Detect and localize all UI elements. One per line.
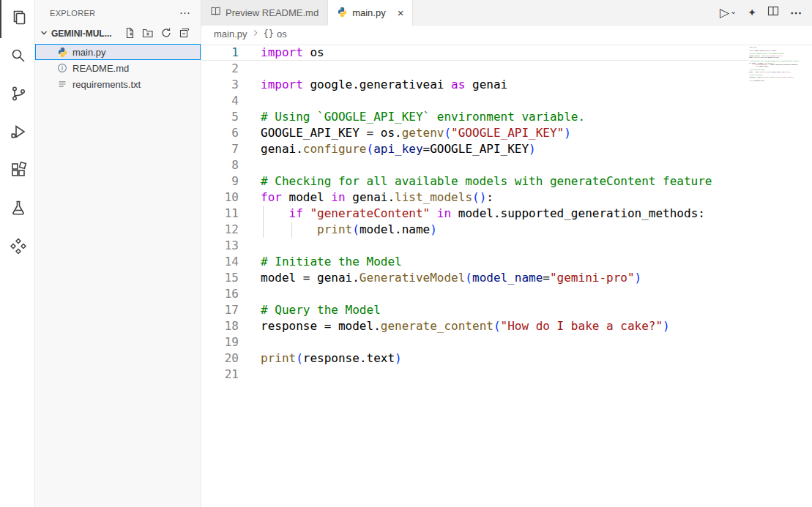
- new-file-icon[interactable]: [124, 27, 135, 41]
- tab-preview-readme[interactable]: Preview README.md: [201, 0, 328, 25]
- line-number[interactable]: 20: [201, 350, 239, 367]
- line-number[interactable]: 1: [201, 45, 239, 61]
- code-line[interactable]: 15model = genai.GenerativeModel(model_na…: [201, 270, 812, 286]
- minimap[interactable]: import osimport google.generativeai as g…: [748, 46, 812, 134]
- indent-guide: [263, 222, 264, 238]
- new-folder-icon[interactable]: [142, 27, 154, 41]
- line-number[interactable]: 4: [201, 93, 239, 109]
- line-number[interactable]: 7: [201, 141, 239, 157]
- activity-item-search[interactable]: [0, 38, 34, 76]
- code-text: for model in genai.list_models():: [261, 189, 493, 206]
- chevron-right-icon: [250, 28, 261, 40]
- code-line[interactable]: 1import os: [201, 45, 812, 61]
- file-label: requirements.txt: [72, 79, 141, 90]
- code-text: print(response.text): [261, 350, 402, 367]
- code-line[interactable]: 12 print(model.name): [201, 222, 812, 238]
- code-line[interactable]: 4: [201, 93, 812, 109]
- line-number[interactable]: 19: [201, 334, 239, 350]
- code-line[interactable]: 10for model in genai.list_models():: [201, 189, 812, 206]
- text-file-icon: [56, 78, 68, 90]
- refresh-icon[interactable]: [160, 27, 172, 41]
- code-line[interactable]: 14# Initiate the Model: [201, 254, 812, 270]
- file-row-readme-md[interactable]: README.md: [35, 60, 201, 76]
- line-number[interactable]: 3: [201, 77, 239, 93]
- line-number[interactable]: 12: [201, 222, 239, 238]
- line-number[interactable]: 10: [201, 189, 239, 206]
- code-line[interactable]: 18response = model.generate_content("How…: [201, 318, 812, 334]
- code-line[interactable]: 11 if "generateContent" in model.support…: [201, 206, 812, 222]
- code-line[interactable]: 9# Checking for all available models wit…: [201, 173, 812, 189]
- code-line[interactable]: 19: [201, 334, 812, 350]
- file-label: README.md: [72, 63, 129, 74]
- code-text: model = genai.GenerativeModel(model_name…: [261, 270, 641, 286]
- activity-item-extensions[interactable]: [0, 152, 34, 190]
- code-line[interactable]: 2: [201, 61, 812, 77]
- code-line[interactable]: 5# Using `GOOGLE_API_KEY` environment va…: [201, 109, 812, 125]
- run-debug-icon: [10, 123, 27, 143]
- line-number[interactable]: 15: [201, 270, 239, 286]
- run-python-file-button[interactable]: ▷ ⌄: [720, 5, 737, 20]
- collapse-all-icon[interactable]: [179, 27, 190, 41]
- split-editor-icon[interactable]: [767, 5, 779, 20]
- activity-item-explorer[interactable]: [0, 0, 34, 38]
- code-line[interactable]: 3import google.generativeai as genai: [201, 77, 812, 93]
- activity-bar: [0, 0, 35, 507]
- tab-main-py[interactable]: main.py ×: [328, 0, 413, 26]
- sidebar-title: EXPLORER: [50, 9, 95, 18]
- line-number[interactable]: 14: [201, 254, 239, 270]
- code-line[interactable]: 20print(response.text): [201, 350, 812, 367]
- line-number[interactable]: 2: [201, 61, 239, 77]
- line-number[interactable]: 18: [201, 318, 239, 334]
- breadcrumb-symbol[interactable]: os: [277, 29, 287, 40]
- line-number[interactable]: 6: [201, 125, 239, 141]
- code-line[interactable]: 13: [201, 238, 812, 254]
- sparkle-icon[interactable]: ✦: [748, 7, 756, 18]
- line-number[interactable]: 11: [201, 206, 239, 222]
- activity-item-run-debug[interactable]: [0, 114, 34, 152]
- editor-actions: ▷ ⌄ ✦ ⋯: [720, 0, 812, 25]
- python-file-icon: [337, 7, 348, 20]
- explorer-sidebar: EXPLORER ⋯ GEMINI-MUL...: [35, 0, 201, 507]
- file-row-requirements-txt[interactable]: requirements.txt: [35, 76, 201, 92]
- activity-item-source-control[interactable]: [0, 76, 34, 114]
- code-text: GOOGLE_API_KEY = os.getenv("GOOGLE_API_K…: [261, 125, 571, 141]
- editor-group: Preview README.md main.py × ▷ ⌄ ✦: [201, 0, 812, 507]
- code-text: # Using `GOOGLE_API_KEY` environment var…: [261, 109, 585, 125]
- more-actions-icon[interactable]: ⋯: [790, 6, 802, 20]
- code-line[interactable]: 21: [201, 367, 812, 383]
- file-list: main.py README.md requirements.txt: [35, 44, 201, 92]
- code-line[interactable]: 17# Query the Model: [201, 302, 812, 318]
- line-number[interactable]: 13: [201, 238, 239, 254]
- run-dropdown-chevron-icon[interactable]: ⌄: [730, 7, 737, 16]
- vscode-window: EXPLORER ⋯ GEMINI-MUL...: [0, 0, 812, 507]
- breadcrumb-file[interactable]: main.py: [214, 29, 247, 40]
- activity-item-gemini-extension[interactable]: [0, 228, 34, 266]
- code-text: import google.generativeai as genai: [261, 77, 507, 93]
- line-number[interactable]: 9: [201, 173, 239, 189]
- code-line[interactable]: 6GOOGLE_API_KEY = os.getenv("GOOGLE_API_…: [201, 125, 812, 141]
- chevron-down-icon: [38, 27, 50, 41]
- code-line[interactable]: 7genai.configure(api_key=GOOGLE_API_KEY): [201, 141, 812, 157]
- line-number[interactable]: 5: [201, 109, 239, 125]
- code-text: # Initiate the Model: [261, 254, 402, 270]
- line-number[interactable]: 16: [201, 286, 239, 302]
- beaker-icon: [10, 199, 27, 219]
- activity-item-testing[interactable]: [0, 190, 34, 228]
- line-number[interactable]: 21: [201, 367, 239, 383]
- code-line[interactable]: 16: [201, 286, 812, 302]
- code-lines: 1import os23import google.generativeai a…: [201, 45, 812, 383]
- four-diamonds-icon: [10, 237, 27, 258]
- tab-label: main.py: [352, 7, 386, 18]
- folder-section-header[interactable]: GEMINI-MUL...: [35, 26, 201, 42]
- close-icon[interactable]: ×: [398, 7, 404, 18]
- explorer-more-actions-icon[interactable]: ⋯: [179, 7, 190, 18]
- code-editor[interactable]: 1import os23import google.generativeai a…: [201, 42, 812, 507]
- code-line[interactable]: 8: [201, 157, 812, 173]
- line-number[interactable]: 17: [201, 302, 239, 318]
- search-icon: [10, 47, 27, 67]
- line-number[interactable]: 8: [201, 157, 239, 173]
- run-icon: ▷: [720, 5, 729, 20]
- minimap-content: import osimport google.generativeai as g…: [748, 46, 805, 83]
- section-actions: [124, 27, 201, 41]
- file-row-main-py[interactable]: main.py: [35, 44, 201, 60]
